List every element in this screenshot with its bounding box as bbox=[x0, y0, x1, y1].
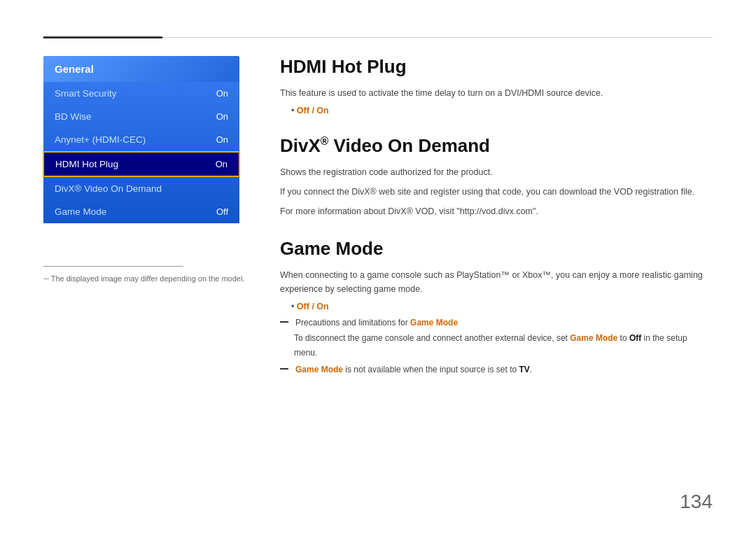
hdmi-hot-plug-section: HDMI Hot Plug This feature is used to ac… bbox=[280, 56, 713, 115]
game-mode-section: Game Mode When connecting to a game cons… bbox=[280, 238, 713, 377]
sidebar-item-value: On bbox=[216, 88, 228, 99]
sidebar-item-divx-vod[interactable]: DivX® Video On Demand bbox=[43, 177, 239, 200]
note-bar-indicator bbox=[280, 321, 288, 323]
game-mode-bullet: Off / On bbox=[291, 302, 713, 311]
main-content: HDMI Hot Plug This feature is used to ac… bbox=[280, 56, 713, 397]
game-mode-title: Game Mode bbox=[280, 238, 713, 260]
divx-vod-title: DivX® Video On Demand bbox=[280, 135, 713, 157]
sidebar-item-smart-security[interactable]: Smart Security On bbox=[43, 82, 239, 105]
sidebar-item-label: Game Mode bbox=[55, 206, 106, 217]
game-mode-desc: When connecting to a game console such a… bbox=[280, 268, 713, 296]
divx-vod-section: DivX® Video On Demand Shows the registra… bbox=[280, 135, 713, 218]
divx-vod-desc2: If you connect the DivX® web site and re… bbox=[280, 185, 713, 199]
sidebar-menu: Smart Security On BD Wise On Anynet+ (HD… bbox=[43, 82, 239, 223]
game-mode-note3: Game Mode is not available when the inpu… bbox=[280, 363, 713, 377]
divx-vod-desc3: For more information about DivX® VOD, vi… bbox=[280, 204, 713, 218]
sidebar-note-divider bbox=[43, 266, 183, 267]
page-number: 134 bbox=[680, 491, 713, 513]
sidebar-header: General bbox=[43, 56, 239, 82]
sidebar-item-hdmi-hot-plug[interactable]: HDMI Hot Plug On bbox=[43, 151, 240, 177]
sidebar-item-label: Anynet+ (HDMI-CEC) bbox=[55, 134, 146, 145]
top-decorative-lines bbox=[43, 36, 713, 38]
sidebar-item-value: On bbox=[216, 159, 227, 169]
divx-vod-desc1: Shows the registration code authorized f… bbox=[280, 165, 713, 179]
game-mode-note3-text: Game Mode is not available when the inpu… bbox=[295, 363, 532, 377]
top-line-dark bbox=[43, 36, 162, 38]
game-mode-note1-text: Precautions and limitations for Game Mod… bbox=[295, 316, 458, 330]
hdmi-hot-plug-bullet-text: Off / On bbox=[297, 106, 329, 115]
game-mode-note2: To disconnect the game console and conne… bbox=[294, 331, 713, 360]
sidebar-item-value: On bbox=[216, 111, 228, 122]
sidebar-item-value: On bbox=[216, 134, 228, 145]
sidebar: General Smart Security On BD Wise On Any… bbox=[43, 56, 239, 223]
sidebar-item-label: Smart Security bbox=[55, 88, 117, 99]
top-line-light bbox=[162, 37, 713, 38]
game-mode-bullet-text: Off / On bbox=[297, 302, 329, 311]
sidebar-item-value: Off bbox=[216, 206, 228, 217]
sidebar-item-label: HDMI Hot Plug bbox=[55, 159, 118, 169]
sidebar-item-bd-wise[interactable]: BD Wise On bbox=[43, 105, 239, 128]
sidebar-item-game-mode[interactable]: Game Mode Off bbox=[43, 200, 239, 223]
sidebar-item-label: DivX® Video On Demand bbox=[55, 183, 162, 194]
game-mode-note1: Precautions and limitations for Game Mod… bbox=[280, 316, 713, 330]
hdmi-hot-plug-bullet: Off / On bbox=[291, 106, 713, 115]
note-bar-indicator2 bbox=[280, 368, 288, 370]
hdmi-hot-plug-title: HDMI Hot Plug bbox=[280, 56, 713, 78]
hdmi-hot-plug-desc: This feature is used to activate the tim… bbox=[280, 86, 713, 100]
sidebar-note: The displayed image may differ depending… bbox=[43, 274, 244, 283]
sidebar-item-anynet[interactable]: Anynet+ (HDMI-CEC) On bbox=[43, 128, 239, 151]
sidebar-item-label: BD Wise bbox=[55, 111, 92, 122]
